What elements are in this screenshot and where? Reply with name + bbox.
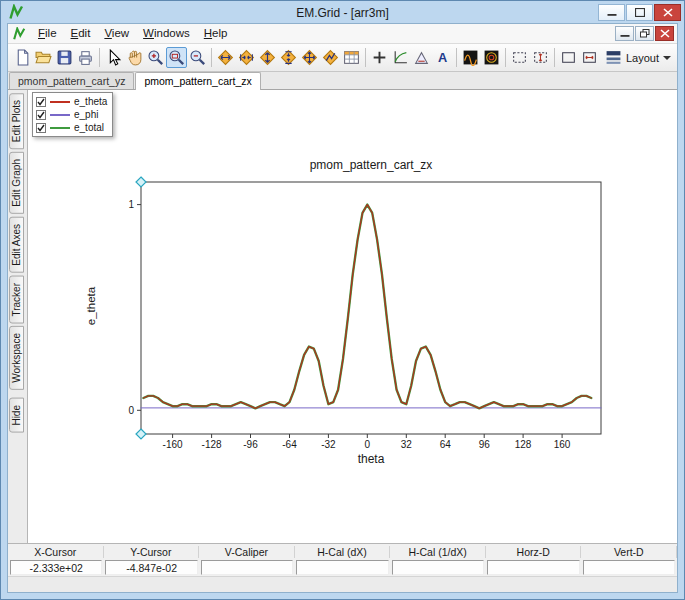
- svg-text:-64: -64: [282, 439, 297, 450]
- caliper-horizontal-icon[interactable]: [558, 47, 579, 68]
- menu-file[interactable]: File: [31, 25, 64, 42]
- legend-checkbox-e_total[interactable]: [36, 123, 46, 133]
- edit-axes-icon[interactable]: [390, 47, 411, 68]
- contour-plot-icon[interactable]: [460, 47, 481, 68]
- legend-checkbox-e_theta[interactable]: [36, 97, 46, 107]
- save-icon[interactable]: [54, 47, 75, 68]
- status-value: [583, 560, 675, 575]
- window-controls: [597, 4, 681, 21]
- caliper-range-icon[interactable]: [579, 47, 600, 68]
- status-header: X-Cursor: [8, 546, 104, 558]
- svg-text:96: 96: [479, 439, 491, 450]
- svg-text:-160: -160: [163, 439, 183, 450]
- legend-line-sample: [50, 114, 70, 116]
- svg-text:1: 1: [128, 199, 134, 210]
- legend-row-e_theta[interactable]: e_theta: [36, 95, 107, 108]
- workspace-body: Edit PlotsEdit GraphEdit AxesTrackerWork…: [8, 90, 677, 543]
- pan-hand-icon[interactable]: [124, 47, 145, 68]
- legend-line-sample: [50, 127, 70, 129]
- menu-windows[interactable]: Windows: [136, 25, 197, 42]
- mdi-restore-button[interactable]: [635, 26, 654, 41]
- zoom-window-icon[interactable]: [166, 47, 187, 68]
- app-window: EM.Grid - [arr3m] FileEditViewWindowsHel…: [0, 0, 685, 600]
- side-tab-strip: Edit PlotsEdit GraphEdit AxesTrackerWork…: [8, 90, 28, 543]
- side-tab-hide[interactable]: Hide: [9, 398, 24, 433]
- maximize-button[interactable]: [626, 4, 653, 21]
- layout-icon: [605, 49, 622, 66]
- toolbar-separator: [365, 48, 366, 67]
- legend-checkbox-e_phi[interactable]: [36, 110, 46, 120]
- legend-label: e_theta: [74, 96, 107, 107]
- legend-label: e_phi: [74, 109, 98, 120]
- fit-all-icon[interactable]: [299, 47, 320, 68]
- menu-help[interactable]: Help: [197, 25, 235, 42]
- minimize-button[interactable]: [598, 4, 625, 21]
- legend-row-e_phi[interactable]: e_phi: [36, 108, 107, 121]
- select-cursor-icon[interactable]: [103, 47, 124, 68]
- toolbar-separator: [554, 48, 555, 67]
- mdi-window-controls: [614, 26, 674, 41]
- toolbar-separator: [211, 48, 212, 67]
- edit-graph-icon[interactable]: [411, 47, 432, 68]
- close-button[interactable]: [654, 4, 681, 21]
- svg-text:128: 128: [515, 439, 532, 450]
- tab-pmom_pattern_cart_zx[interactable]: pmom_pattern_cart_zx: [135, 72, 260, 90]
- svg-text:-32: -32: [321, 439, 336, 450]
- status-header: V-Caliper: [199, 546, 295, 558]
- caliper-vertical-icon[interactable]: [530, 47, 551, 68]
- autoscale-icon[interactable]: [320, 47, 341, 68]
- stretch-y-icon[interactable]: [257, 47, 278, 68]
- status-header: Vert-D: [581, 546, 677, 558]
- svg-text:0: 0: [365, 439, 371, 450]
- toolbar-separator: [99, 48, 100, 67]
- legend-row-e_total[interactable]: e_total: [36, 121, 107, 134]
- side-tab-edit-axes[interactable]: Edit Axes: [9, 217, 24, 273]
- add-curve-icon[interactable]: [369, 47, 390, 68]
- status-value: [487, 560, 579, 575]
- print-icon[interactable]: [75, 47, 96, 68]
- titlebar[interactable]: EM.Grid - [arr3m]: [1, 1, 684, 23]
- side-tab-edit-plots[interactable]: Edit Plots: [9, 93, 24, 149]
- legend-line-sample: [50, 101, 70, 103]
- zoom-out-icon[interactable]: [187, 47, 208, 68]
- open-folder-icon[interactable]: [33, 47, 54, 68]
- legend[interactable]: e_thetae_phie_total: [32, 92, 113, 137]
- side-tab-edit-graph[interactable]: Edit Graph: [9, 152, 24, 214]
- menubar: FileEditViewWindowsHelp: [8, 24, 677, 44]
- new-file-icon[interactable]: [12, 47, 33, 68]
- mdi-close-button[interactable]: [655, 26, 674, 41]
- caliper-rect-icon[interactable]: [509, 47, 530, 68]
- status-value: -4.847e-02: [105, 560, 197, 575]
- svg-text:A: A: [438, 50, 447, 65]
- tab-pmom_pattern_cart_yz[interactable]: pmom_pattern_cart_yz: [9, 72, 134, 89]
- mdi-minimize-button[interactable]: [615, 26, 634, 41]
- svg-text:-128: -128: [202, 439, 222, 450]
- layout-button[interactable]: Layout: [600, 46, 678, 69]
- stretch-x-icon[interactable]: [215, 47, 236, 68]
- statusbar-footer: [8, 576, 677, 592]
- text-label-icon[interactable]: A: [432, 47, 453, 68]
- side-tab-tracker[interactable]: Tracker: [9, 276, 24, 324]
- svg-text:160: 160: [554, 439, 571, 450]
- layout-button-label: Layout: [626, 52, 659, 64]
- zoom-in-icon[interactable]: [145, 47, 166, 68]
- compress-x-icon[interactable]: [236, 47, 257, 68]
- status-value: -2.333e+02: [10, 560, 102, 575]
- status-value: [201, 560, 293, 575]
- chevron-down-icon: [663, 56, 671, 64]
- svg-text:32: 32: [401, 439, 413, 450]
- plot-client-area[interactable]: -160-128-96-64-32032649612816001 pmom_pa…: [28, 90, 677, 543]
- side-tab-workspace[interactable]: Workspace: [9, 326, 24, 390]
- svg-text:0: 0: [128, 405, 134, 416]
- data-grid-icon[interactable]: [341, 47, 362, 68]
- compress-y-icon[interactable]: [278, 47, 299, 68]
- status-header: H-Cal (dX): [295, 546, 391, 558]
- menu-edit[interactable]: Edit: [64, 25, 98, 42]
- pattern-plot-icon[interactable]: [481, 47, 502, 68]
- document-logo-icon: [12, 27, 28, 41]
- menubar-items: FileEditViewWindowsHelp: [31, 25, 234, 42]
- app-logo-icon: [8, 5, 24, 21]
- menu-view[interactable]: View: [97, 25, 136, 42]
- legend-label: e_total: [74, 122, 104, 133]
- status-header: Y-Cursor: [104, 546, 200, 558]
